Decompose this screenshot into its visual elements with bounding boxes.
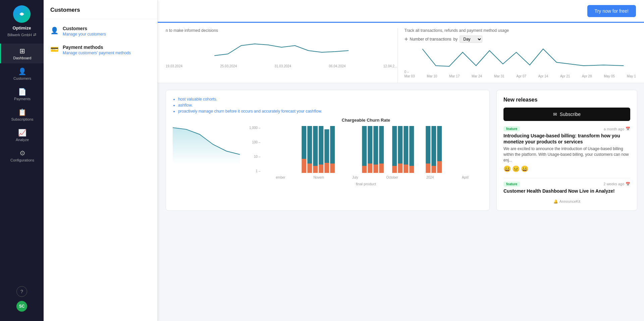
- bottom-section: host valuable cohorts. ashflow. proactiv…: [158, 83, 644, 217]
- churn-bar-section: Chargeable Churn Rate 1,000 – 100 – 10 –…: [249, 118, 483, 186]
- svg-rect-17: [368, 126, 373, 164]
- svg-rect-33: [432, 126, 436, 166]
- sidebar-item-dashboard[interactable]: ⊞ Dashboard: [0, 44, 44, 63]
- release-badge-1: feature: [503, 126, 520, 131]
- dropdown-item-payment-methods[interactable]: 💳 Payment methods Manage customers' paym…: [44, 41, 157, 59]
- help-icon: ?: [20, 289, 23, 294]
- bullet-1: host valuable cohorts.: [178, 97, 483, 102]
- churn-x-labels: ember Novem July October 2024 April: [262, 176, 483, 179]
- release-time-1: a month ago 📅: [604, 127, 630, 131]
- svg-marker-2: [173, 128, 240, 165]
- right-line-chart: [410, 46, 636, 72]
- plus-icon: ✛: [405, 37, 408, 42]
- svg-rect-36: [437, 161, 442, 173]
- svg-rect-26: [398, 164, 403, 173]
- try-now-button[interactable]: Try now for free!: [587, 5, 636, 17]
- release-meta-2: feature 2 weeks ago 📅: [503, 182, 630, 187]
- chart-controls: ✛ Number of transactions by Day Week Mon…: [405, 36, 636, 43]
- day-select[interactable]: Day Week Month: [460, 36, 482, 43]
- sidebar-item-label: Configurations: [10, 158, 34, 162]
- customers-menu-subtitle: Manage your customers: [63, 32, 106, 37]
- left-chart-subtitle: n to make informed decisions: [166, 28, 397, 33]
- churn-chart-wrap: 1,000 – 100 – 10 – 1 –: [249, 126, 483, 179]
- release-heading-2[interactable]: Customer Health Dashboard Now Live in An…: [503, 188, 630, 194]
- svg-rect-35: [437, 126, 442, 161]
- subscribe-button[interactable]: ✉ Subscribe: [503, 108, 630, 121]
- svg-rect-12: [325, 163, 329, 173]
- brand-name: Optimize: [13, 25, 31, 30]
- svg-rect-29: [410, 126, 414, 166]
- svg-rect-10: [319, 165, 324, 173]
- svg-rect-11: [325, 129, 329, 163]
- configurations-icon: ⚙: [19, 149, 25, 157]
- churn-bars-area: ember Novem July October 2024 April: [262, 126, 483, 179]
- help-button[interactable]: ?: [16, 286, 27, 297]
- customers-dropdown: Customers 👤 Customers Manage your custom…: [44, 0, 158, 321]
- sidebar-item-label: Dashboard: [13, 56, 32, 60]
- dashboard-area: n to make informed decisions 19.03.2024 …: [158, 23, 644, 321]
- svg-rect-18: [368, 164, 373, 173]
- svg-rect-4: [302, 159, 307, 173]
- release-heading-1[interactable]: Introducing Usage-based billing: transfo…: [503, 133, 630, 145]
- bullet-2: ashflow.: [178, 103, 483, 108]
- release-meta-1: feature a month ago 📅: [503, 126, 630, 131]
- sidebar-item-label: Analyze: [16, 138, 29, 142]
- announcekit-footer: 🔔 AnnounceKit: [503, 199, 630, 204]
- svg-rect-22: [379, 164, 384, 173]
- right-x-axis: Mar 03 Mar 10 Mar 17 Mar 24 Mar 31 Apr 0…: [405, 74, 636, 79]
- svg-rect-24: [392, 166, 397, 173]
- dropdown-item-customers[interactable]: 👤 Customers Manage your customers: [44, 22, 157, 41]
- svg-rect-13: [330, 126, 335, 164]
- dashboard-icon: ⊞: [19, 47, 25, 55]
- svg-rect-23: [392, 126, 397, 166]
- customers-menu-title: Customers: [63, 26, 106, 31]
- transactions-label: Number of transactions: [410, 37, 451, 42]
- sidebar-item-customers[interactable]: 👤 Customers: [0, 64, 44, 84]
- subscriptions-icon: 📋: [18, 108, 26, 116]
- churn-panel: host valuable cohorts. ashflow. proactiv…: [166, 90, 490, 211]
- svg-rect-27: [404, 126, 409, 165]
- svg-rect-20: [374, 165, 378, 173]
- sidebar-item-analyze[interactable]: 📈 Analyze: [0, 125, 44, 145]
- svg-rect-28: [404, 165, 409, 173]
- svg-rect-31: [426, 126, 431, 164]
- calendar-icon-1: 📅: [626, 127, 630, 131]
- releases-panel: New releases ✉ Subscribe feature a month…: [496, 90, 637, 211]
- announcekit-icon: 🔔: [553, 199, 558, 204]
- dropdown-title: Customers: [44, 7, 157, 19]
- svg-rect-14: [330, 164, 335, 173]
- churn-line-chart: [173, 118, 240, 186]
- charts-row: n to make informed decisions 19.03.2024 …: [166, 28, 636, 83]
- sidebar-item-subscriptions[interactable]: 📋 Subscriptions: [0, 105, 44, 125]
- top-bar: Try now for free!: [158, 0, 644, 23]
- sidebar-nav: ⊞ Dashboard 👤 Customers 📄 Payments 📋 Sub…: [0, 44, 44, 286]
- charts-top-section: n to make informed decisions 19.03.2024 …: [158, 23, 644, 83]
- final-product-label: final product: [249, 182, 483, 186]
- release-time-2: 2 weeks ago 📅: [603, 182, 630, 186]
- svg-rect-16: [362, 166, 367, 173]
- release-item-2: feature 2 weeks ago 📅 Customer Health Da…: [503, 182, 630, 194]
- churn-y-axis: 1,000 – 100 – 10 – 1 –: [249, 126, 262, 173]
- release-reactions-1: 😄 😐 😄: [503, 165, 630, 173]
- svg-rect-25: [398, 126, 403, 164]
- svg-rect-34: [432, 166, 436, 173]
- payment-methods-subtitle: Manage customers' payment methods: [63, 51, 131, 55]
- svg-rect-7: [313, 126, 318, 166]
- sidebar-item-label: Payments: [14, 97, 31, 101]
- sidebar-item-configurations[interactable]: ⚙ Configurations: [0, 146, 44, 166]
- payment-methods-icon: 💳: [50, 45, 59, 53]
- center-content: n to make informed decisions 19.03.2024 …: [158, 23, 644, 321]
- svg-rect-30: [410, 166, 414, 173]
- sidebar: Optimize Billwerk GmbH ⇄ ⊞ Dashboard 👤 C…: [0, 0, 44, 321]
- sidebar-item-payments[interactable]: 📄 Payments: [0, 84, 44, 104]
- company-switcher[interactable]: Billwerk GmbH ⇄: [7, 33, 36, 37]
- payments-icon: 📄: [18, 88, 26, 96]
- payment-methods-title: Payment methods: [63, 45, 131, 50]
- sidebar-item-label: Customers: [13, 76, 31, 80]
- calendar-icon-2: 📅: [626, 182, 630, 186]
- customers-menu-icon: 👤: [50, 26, 59, 35]
- right-chart-subtitle: Track all transactions, refunds and paym…: [405, 28, 636, 33]
- user-avatar[interactable]: SC: [16, 301, 27, 312]
- envelope-icon: ✉: [553, 112, 557, 117]
- release-desc-1: We are excited to announce the introduct…: [503, 146, 630, 163]
